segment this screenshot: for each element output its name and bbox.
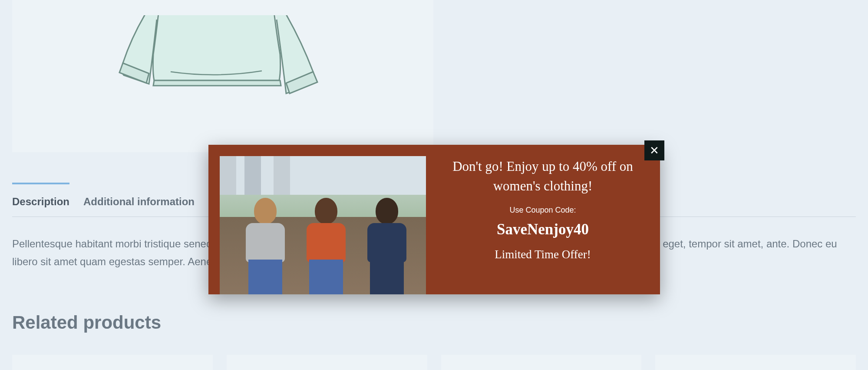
promo-coupon-code: SaveNenjoy40 [442,221,644,238]
related-products-grid [12,355,856,370]
promo-modal: ✕ Don't go! Enjoy up to 40% off on women… [208,145,660,294]
close-icon[interactable]: ✕ [644,140,664,160]
related-product-card[interactable] [227,355,427,370]
related-product-card[interactable] [655,355,856,370]
promo-subtext: Use Coupon Code: [442,206,644,215]
related-product-card[interactable] [441,355,642,370]
product-main-image[interactable] [12,0,433,152]
promo-limited-text: Limited Time Offer! [442,248,644,261]
related-product-card[interactable] [12,355,213,370]
promo-headline: Don't go! Enjoy up to 40% off on women's… [442,157,644,196]
promo-image [220,156,426,294]
shirt-illustration [101,15,344,137]
related-products-heading: Related products [12,312,856,333]
tab-additional-info[interactable]: Additional information [83,196,195,217]
tab-description[interactable]: Description [12,196,69,217]
